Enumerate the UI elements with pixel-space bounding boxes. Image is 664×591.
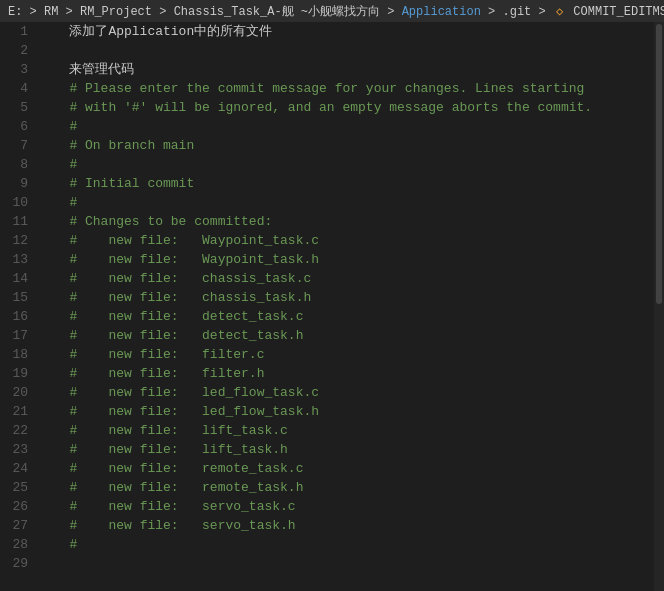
code-line: # new file: remote_task.h (46, 478, 654, 497)
code-line: # new file: led_flow_task.h (46, 402, 654, 421)
line-numbers: 1234567891011121314151617181920212223242… (0, 22, 36, 591)
scrollbar[interactable] (654, 22, 664, 591)
line-number: 12 (0, 231, 28, 250)
code-line: # with '#' will be ignored, and an empty… (46, 98, 654, 117)
code-line: # new file: led_flow_task.c (46, 383, 654, 402)
line-number: 21 (0, 402, 28, 421)
code-line: # new file: Waypoint_task.h (46, 250, 654, 269)
code-line: # new file: remote_task.c (46, 459, 654, 478)
code-line (46, 41, 654, 60)
line-number: 10 (0, 193, 28, 212)
line-number: 3 (0, 60, 28, 79)
line-number: 25 (0, 478, 28, 497)
code-line: # new file: Waypoint_task.c (46, 231, 654, 250)
code-line: # new file: servo_task.h (46, 516, 654, 535)
line-number: 26 (0, 497, 28, 516)
code-line: # Please enter the commit message for yo… (46, 79, 654, 98)
title-bar: E: > RM > RM_Project > Chassis_Task_A-舰 … (0, 0, 664, 22)
code-line: # (46, 535, 654, 554)
line-number: 14 (0, 269, 28, 288)
line-number: 9 (0, 174, 28, 193)
line-number: 24 (0, 459, 28, 478)
line-number: 2 (0, 41, 28, 60)
code-line: # new file: detect_task.h (46, 326, 654, 345)
line-number: 11 (0, 212, 28, 231)
code-line: # new file: filter.h (46, 364, 654, 383)
line-number: 13 (0, 250, 28, 269)
code-line (46, 554, 654, 573)
code-line: # new file: chassis_task.c (46, 269, 654, 288)
line-number: 18 (0, 345, 28, 364)
line-number: 20 (0, 383, 28, 402)
code-line: # new file: chassis_task.h (46, 288, 654, 307)
breadcrumb: E: > RM > RM_Project > Chassis_Task_A-舰 … (8, 3, 664, 20)
code-line: # (46, 193, 654, 212)
code-line: # new file: filter.c (46, 345, 654, 364)
line-number: 22 (0, 421, 28, 440)
code-line: # On branch main (46, 136, 654, 155)
scrollbar-thumb[interactable] (656, 24, 662, 304)
line-number: 19 (0, 364, 28, 383)
code-line: # (46, 117, 654, 136)
line-number: 5 (0, 98, 28, 117)
line-number: 8 (0, 155, 28, 174)
line-number: 4 (0, 79, 28, 98)
line-number: 1 (0, 22, 28, 41)
code-line: # new file: lift_task.h (46, 440, 654, 459)
code-line: 来管理代码 (46, 60, 654, 79)
line-number: 28 (0, 535, 28, 554)
code-line: 添加了Application中的所有文件 (46, 22, 654, 41)
line-number: 17 (0, 326, 28, 345)
editor-container: 1234567891011121314151617181920212223242… (0, 22, 664, 591)
line-number: 6 (0, 117, 28, 136)
line-number: 7 (0, 136, 28, 155)
line-number: 23 (0, 440, 28, 459)
code-line: # new file: detect_task.c (46, 307, 654, 326)
code-area[interactable]: 添加了Application中的所有文件 来管理代码 # Please ente… (36, 22, 654, 591)
line-number: 16 (0, 307, 28, 326)
code-line: # new file: servo_task.c (46, 497, 654, 516)
code-line: # Changes to be committed: (46, 212, 654, 231)
code-line: # Initial commit (46, 174, 654, 193)
line-number: 29 (0, 554, 28, 573)
code-line: # new file: lift_task.c (46, 421, 654, 440)
line-number: 27 (0, 516, 28, 535)
line-number: 15 (0, 288, 28, 307)
code-line: # (46, 155, 654, 174)
